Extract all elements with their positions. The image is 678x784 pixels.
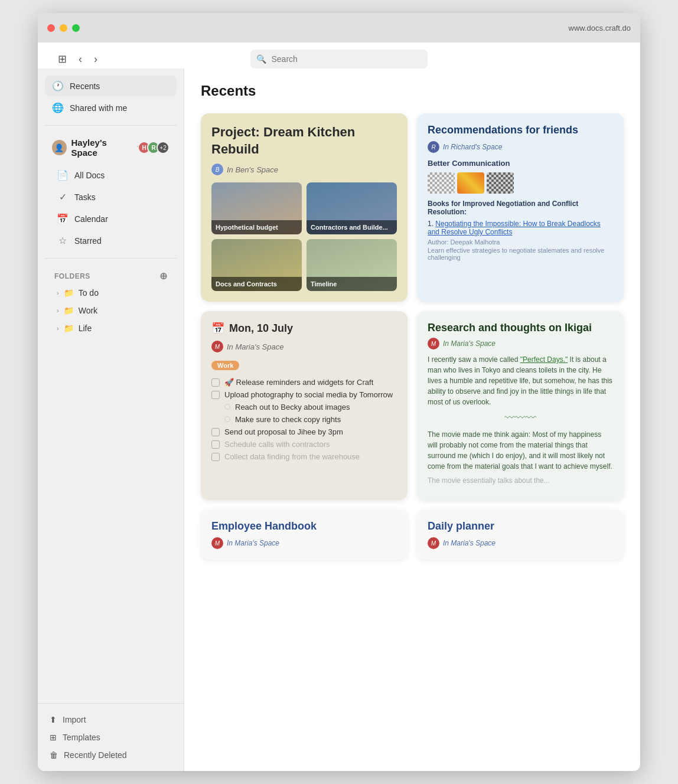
richard-avatar: R <box>428 141 439 153</box>
sidebar-divider-2 <box>45 258 177 259</box>
card-daily-planner[interactable]: Daily planner M In Maria's Space <box>417 509 624 560</box>
task-item: 🚀 Release reminders and widgets for Craf… <box>211 376 397 388</box>
task-item-sub: Reach out to Becky about images <box>211 401 397 413</box>
pattern-2 <box>457 172 484 194</box>
sidebar-item-calendar[interactable]: 📅 Calendar <box>50 208 174 229</box>
sidebar-item-tasks[interactable]: ✓ Tasks <box>50 187 174 207</box>
space-title: 👤 Hayley's Space ∨ <box>52 138 141 158</box>
card-dream-kitchen[interactable]: Project: Dream Kitchen Rebuild B In Ben'… <box>201 113 408 302</box>
pattern-1 <box>428 172 455 194</box>
sidebar-divider <box>45 125 177 126</box>
folder-life[interactable]: › 📁 Life <box>52 319 170 337</box>
calendar-icon: 📅 <box>211 322 224 335</box>
browser-titlebar: www.docs.craft.do <box>38 13 640 43</box>
maximize-button[interactable] <box>72 24 80 32</box>
chevron-right-icon: › <box>57 325 59 332</box>
bottom-cards: Employee Handbook M In Maria's Space Dai… <box>201 509 624 560</box>
folder-icon: 📁 <box>64 324 74 333</box>
task-checkbox[interactable] <box>211 378 220 387</box>
task-label: Send out proposal to Jihee by 3pm <box>224 427 343 436</box>
task-item-dimmed: Collect data finding from the warehouse <box>211 450 397 463</box>
folder-label: To do <box>79 288 99 298</box>
folder-label: Life <box>79 324 92 333</box>
folder-icon: 📁 <box>64 288 74 298</box>
ikigai-space: M In Maria's Space <box>428 338 613 349</box>
task-label: Upload photography to social media by To… <box>224 390 393 399</box>
space-sub-nav: 📄 All Docs ✓ Tasks 📅 Calendar ☆ Starred <box>45 165 177 251</box>
task-checkbox[interactable] <box>211 453 220 461</box>
doc-thumb-budget[interactable]: Hypothetical budget <box>211 182 302 234</box>
task-item-dimmed: Schedule calls with contractors <box>211 438 397 450</box>
task-checkbox[interactable] <box>211 428 220 436</box>
task-label: Reach out to Becky about images <box>235 403 350 411</box>
book-link[interactable]: Negotiating the Impossible: How to Break… <box>428 220 601 236</box>
sidebar-nav: 🕐 Recents 🌐 Shared with me 👤 Hayley's Sp… <box>38 76 184 337</box>
sidebar-item-label: Tasks <box>74 192 96 202</box>
sidebar-toggle-button[interactable]: ⊞ <box>54 50 70 68</box>
books-title: Books for Improved Negotiation and Confl… <box>428 200 613 216</box>
recommendations-space: R In Richard's Space <box>428 141 613 153</box>
ikigai-text-1: I recently saw a movie called "Perfect D… <box>428 354 613 407</box>
movie-link[interactable]: "Perfect Days." <box>520 355 568 364</box>
sidebar-item-recents[interactable]: 🕐 Recents <box>45 76 177 96</box>
sidebar-item-shared[interactable]: 🌐 Shared with me <box>45 97 177 118</box>
import-icon: ⬆ <box>50 715 57 724</box>
close-button[interactable] <box>47 24 55 32</box>
folder-icon: 📁 <box>64 306 74 315</box>
employee-title: Employee Handbook <box>211 520 397 533</box>
task-item: Send out proposal to Jihee by 3pm <box>211 426 397 438</box>
forward-button[interactable]: › <box>90 51 101 68</box>
task-label: Schedule calls with contractors <box>224 440 330 449</box>
add-folder-button[interactable]: ⊕ <box>159 270 168 282</box>
minimize-button[interactable] <box>60 24 67 32</box>
task-checkbox[interactable] <box>211 391 220 399</box>
recently-deleted-label: Recently Deleted <box>64 750 127 760</box>
subtask-checkbox[interactable] <box>224 416 230 422</box>
recents-icon: 🕐 <box>52 80 64 92</box>
folder-work[interactable]: › 📁 Work <box>52 302 170 319</box>
import-label: Import <box>63 715 86 724</box>
sidebar-item-starred[interactable]: ☆ Starred <box>50 230 174 251</box>
calendar-icon: 📅 <box>57 213 69 224</box>
recommendations-title: Recommendations for friends <box>428 124 613 136</box>
folder-label: Work <box>79 306 97 315</box>
doc-thumb-timeline[interactable]: Timeline <box>307 239 397 291</box>
main-content: Recents Project: Dream Kitchen Rebuild B… <box>184 68 640 771</box>
templates-icon: ⊞ <box>50 733 57 742</box>
sidebar-item-label: All Docs <box>74 171 105 180</box>
nav-controls: ⊞ ‹ › <box>54 50 101 68</box>
pattern-preview <box>428 172 613 194</box>
ikigai-text-2: The movie made me think again: Most of m… <box>428 429 613 472</box>
doc-label: Timeline <box>307 277 397 291</box>
doc-label: Contractors and Builde... <box>307 220 397 234</box>
search-input[interactable] <box>250 50 428 68</box>
templates-button[interactable]: ⊞ Templates <box>45 729 177 746</box>
task-label: 🚀 Release reminders and widgets for Craf… <box>224 378 373 387</box>
task-item-sub: Make sure to check copy rights <box>211 413 397 426</box>
card-monday[interactable]: 📅 Mon, 10 July M In Maria's Space Work 🚀… <box>201 311 408 500</box>
sidebar-item-all-docs[interactable]: 📄 All Docs <box>50 165 174 185</box>
task-checkbox[interactable] <box>211 440 220 449</box>
templates-label: Templates <box>63 733 100 742</box>
card-recommendations[interactable]: Recommendations for friends R In Richard… <box>417 113 624 302</box>
card-employee-handbook[interactable]: Employee Handbook M In Maria's Space <box>201 509 408 560</box>
doc-thumb-contractors[interactable]: Contractors and Builde... <box>307 182 397 234</box>
import-button[interactable]: ⬆ Import <box>45 711 177 729</box>
card-ikigai[interactable]: Research and thoughts on Ikigai M In Mar… <box>417 311 624 500</box>
back-button[interactable]: ‹ <box>75 51 86 68</box>
folders-header: Folders ⊕ <box>52 266 170 284</box>
dream-kitchen-title: Project: Dream Kitchen Rebuild <box>211 124 397 158</box>
avatar-stack: H R +2 <box>141 141 170 154</box>
space-header[interactable]: 👤 Hayley's Space ∨ H R +2 <box>45 133 177 162</box>
task-label: Make sure to check copy rights <box>235 415 341 424</box>
sidebar-bottom: ⬆ Import ⊞ Templates 🗑 Recently Deleted <box>38 703 184 771</box>
maria-avatar-2: M <box>428 338 439 349</box>
doc-thumb-docs-contracts[interactable]: Docs and Contracts <box>211 239 302 291</box>
chevron-right-icon: › <box>57 289 59 296</box>
doc-grid: Hypothetical budget Contractors and Buil… <box>211 182 397 291</box>
doc-label: Docs and Contracts <box>211 277 302 291</box>
chevron-right-icon: › <box>57 307 59 314</box>
folder-todo[interactable]: › 📁 To do <box>52 284 170 302</box>
subtask-checkbox[interactable] <box>224 404 230 410</box>
recently-deleted-button[interactable]: 🗑 Recently Deleted <box>45 746 177 764</box>
